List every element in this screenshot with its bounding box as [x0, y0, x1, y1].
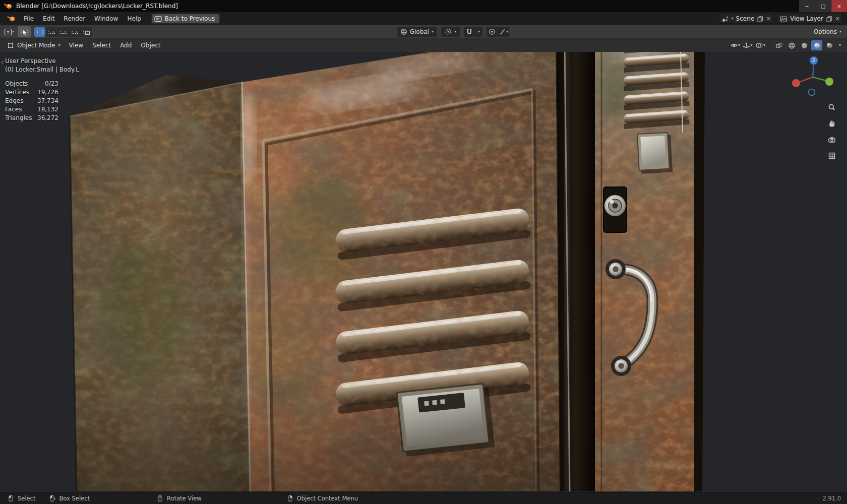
shading-wireframe-button[interactable]	[786, 40, 797, 50]
camera-view-button[interactable]	[826, 134, 838, 146]
select-mode-intersect[interactable]	[81, 27, 92, 37]
view-layer-name: View Layer	[790, 15, 823, 22]
chevron-down-icon: ▾	[432, 30, 434, 34]
pan-button[interactable]	[826, 117, 838, 130]
maximize-icon: □	[821, 4, 825, 9]
mode-dropdown[interactable]: Object Mode ▾	[4, 40, 64, 50]
menu-window[interactable]: Window	[90, 14, 122, 24]
active-tool-select-box-button[interactable]	[18, 26, 31, 37]
gizmos-dropdown[interactable]: ▾	[742, 40, 753, 50]
overlays-dropdown[interactable]: ▾	[755, 40, 766, 50]
stat-label: Vertices	[5, 88, 32, 97]
zoom-button[interactable]	[826, 101, 838, 113]
pivot-point-dropdown[interactable]: ▾	[441, 27, 460, 37]
viewport-nav-buttons	[826, 101, 838, 162]
3d-viewport[interactable]: User Perspective (0) Locker.Small | Body…	[0, 52, 847, 492]
overlays-icon	[755, 42, 763, 49]
sidebar-toggle-arrow[interactable]: ‹	[1, 58, 4, 66]
select-mode-group	[34, 27, 92, 37]
shading-solid-button[interactable]	[799, 40, 810, 50]
status-hint-select: Select	[7, 494, 35, 502]
chevron-down-icon: ▾	[58, 43, 60, 47]
view-layer-selector[interactable]: View Layer ×	[777, 14, 843, 24]
scene-selector[interactable]: ▾ Scene ×	[718, 14, 774, 24]
editor-type-button[interactable]: ▾	[4, 27, 15, 37]
camera-icon	[828, 136, 836, 144]
chevron-down-icon: ▾	[750, 43, 752, 47]
pivot-icon	[445, 28, 452, 35]
shading-settings-dropdown[interactable]: ▾	[836, 40, 843, 50]
back-to-previous-button[interactable]: Back to Previous	[151, 14, 220, 24]
stat-value: 18,132	[36, 105, 58, 114]
blender-version: 2.91.0	[822, 495, 841, 502]
xray-toggle-button[interactable]	[773, 40, 784, 50]
menu-object[interactable]: Object	[137, 40, 164, 50]
close-button[interactable]: ×	[831, 0, 847, 12]
chevron-down-icon: ▾	[454, 30, 456, 34]
active-object-label: (0) Locker.Small | Body.L	[5, 66, 79, 74]
back-arrow-icon	[154, 16, 162, 22]
chevron-down-icon: ▾	[506, 30, 508, 34]
blender-logo-icon	[4, 3, 12, 10]
remove-view-layer-icon[interactable]: ×	[835, 15, 840, 22]
navigation-gizmo[interactable]: Z	[791, 55, 835, 101]
locker-big	[70, 52, 561, 492]
window-titlebar[interactable]: Blender [G:\Downloads\!cg\lockers\Locker…	[0, 0, 847, 12]
menu-select[interactable]: Select	[88, 40, 115, 50]
mode-label: Object Mode	[17, 42, 55, 49]
grid-icon	[828, 152, 836, 160]
chevron-down-icon: ▾	[12, 30, 14, 34]
magnifier-icon	[828, 103, 836, 111]
gizmo-y-axis[interactable]	[825, 78, 833, 86]
new-view-layer-icon[interactable]	[826, 16, 832, 22]
options-dropdown[interactable]: Options ▾	[814, 27, 841, 37]
new-scene-icon[interactable]	[757, 16, 763, 22]
minimize-button[interactable]: ─	[799, 0, 815, 12]
status-hint-label: Select	[18, 495, 35, 502]
proportional-falloff-dropdown[interactable]: ▾	[498, 27, 509, 37]
blender-window: Blender [G:\Downloads\!cg\lockers\Locker…	[0, 0, 847, 504]
shading-material-preview-button[interactable]	[811, 40, 822, 50]
menu-view[interactable]: View	[65, 40, 87, 50]
visibility-dropdown[interactable]: ▾	[730, 40, 741, 50]
tool-settings-header: ▾	[0, 25, 847, 39]
shading-rendered-button[interactable]	[824, 40, 835, 50]
select-mode-new[interactable]	[34, 27, 45, 37]
select-mode-subtract[interactable]	[57, 27, 69, 37]
menu-add[interactable]: Add	[116, 40, 136, 50]
snap-toggle-button[interactable]	[464, 27, 475, 37]
menu-file[interactable]: File	[20, 14, 38, 24]
viewport-scene[interactable]	[0, 52, 847, 492]
viewport-display-controls: ▾ ▾ ▾	[730, 40, 843, 50]
menu-render[interactable]: Render	[59, 14, 89, 24]
stat-label: Edges	[5, 97, 32, 105]
perspective-toggle-button[interactable]	[826, 150, 838, 162]
blender-app-menu-icon[interactable]	[4, 15, 19, 22]
rmb-icon	[286, 494, 294, 502]
stat-value: 37,734	[36, 97, 58, 105]
locker-right	[595, 52, 705, 491]
unlink-scene-icon[interactable]: ×	[766, 15, 771, 22]
status-hint-label: Rotate View	[167, 495, 202, 502]
orientation-label: Global	[410, 28, 429, 35]
scene-browse-icon	[721, 16, 729, 22]
viewport-editor-icon	[4, 28, 12, 36]
chevron-down-icon: ▾	[738, 43, 740, 47]
status-hint-label: Box Select	[59, 495, 90, 502]
maximize-button[interactable]: □	[815, 0, 831, 12]
gizmo-x-axis[interactable]	[792, 79, 800, 87]
transform-orientation-dropdown[interactable]: Global ▾	[397, 27, 437, 37]
select-mode-invert[interactable]	[69, 27, 80, 37]
falloff-curve-icon	[499, 28, 506, 35]
transform-snap-tools: Global ▾ ▾ ▾	[397, 27, 509, 37]
menu-edit[interactable]: Edit	[39, 14, 58, 24]
gizmo-negative-z-axis[interactable]	[809, 89, 815, 96]
stat-value: 0/23	[36, 80, 58, 88]
select-mode-extend[interactable]	[46, 27, 57, 37]
locker-gap	[557, 52, 595, 491]
menu-help[interactable]: Help	[123, 14, 145, 24]
proportional-editing-toggle[interactable]	[487, 27, 498, 37]
locker-right-lock	[603, 187, 627, 232]
stat-value: 19,726	[36, 88, 58, 97]
snap-settings-dropdown[interactable]: ▾	[475, 27, 482, 37]
